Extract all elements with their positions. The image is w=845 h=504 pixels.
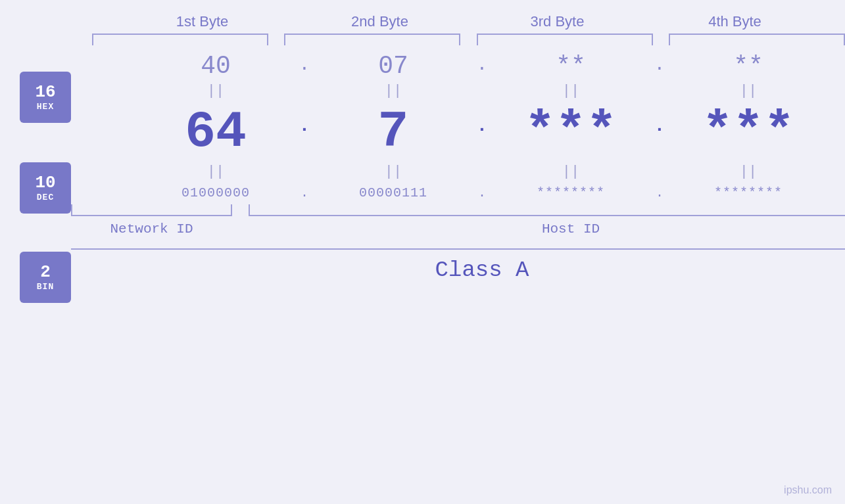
eq2-b2: ||: [313, 164, 474, 180]
eq2-b4: ||: [668, 164, 829, 180]
data-rows: 40 . 07 . ** . ** || || || || 64: [71, 52, 845, 303]
hex-badge-label: HEX: [37, 102, 54, 112]
hex-dot3: .: [652, 55, 668, 78]
hex-dot1: .: [297, 55, 313, 78]
equals-row-1: || || || ||: [71, 83, 845, 99]
host-bottom-bracket: [249, 204, 845, 216]
bin-dot2: .: [474, 185, 491, 200]
hex-dot2: .: [474, 55, 491, 78]
bracket-b1: [92, 34, 268, 45]
labels-and-data: 16 HEX 10 DEC 2 BIN 40 . 07 . ** . **: [0, 52, 845, 303]
bin-row: 01000000 . 00000111 . ******** . *******…: [71, 185, 845, 200]
dec-dot1: .: [297, 116, 313, 149]
hex-b4: **: [668, 52, 829, 80]
dec-row: 64 . 7 . *** . ***: [71, 103, 845, 161]
network-bottom-bracket: [71, 204, 232, 216]
byte1-header: 1st Byte: [114, 13, 291, 30]
eq1-b3: ||: [491, 83, 652, 99]
class-bracket-line: [71, 248, 845, 250]
bin-b3: ********: [491, 185, 652, 200]
eq2-b1: ||: [135, 164, 297, 180]
bracket-b4: [669, 34, 845, 45]
bin-b1: 01000000: [135, 185, 297, 200]
network-id-label: Network ID: [71, 221, 232, 237]
bin-b4: ********: [668, 185, 829, 200]
hex-b3: **: [491, 52, 652, 80]
class-label: Class A: [71, 258, 845, 283]
dec-dot3: .: [652, 116, 668, 149]
eq1-b1: ||: [135, 83, 297, 99]
bin-badge: 2 BIN: [20, 252, 71, 303]
bottom-brackets-row: [71, 204, 845, 216]
bin-b2: 00000111: [313, 185, 474, 200]
watermark: ipshu.com: [784, 484, 832, 496]
dec-badge-label: DEC: [37, 193, 54, 202]
id-labels-row: Network ID Host ID: [71, 221, 845, 237]
eq2-b3: ||: [491, 164, 652, 180]
hex-row: 40 . 07 . ** . **: [71, 52, 845, 80]
hex-b2: 07: [313, 52, 474, 80]
equals-row-2: || || || ||: [71, 164, 845, 180]
dec-b4: ***: [668, 103, 829, 161]
main-container: 1st Byte 2nd Byte 3rd Byte 4th Byte 16 H…: [0, 0, 845, 504]
bracket-b3: [477, 34, 653, 45]
byte2-header: 2nd Byte: [291, 13, 469, 30]
byte3-header: 3rd Byte: [469, 13, 646, 30]
dec-badge: 10 DEC: [20, 162, 71, 214]
bracket-b2: [284, 34, 460, 45]
dec-b1: 64: [135, 103, 297, 161]
hex-b1: 40: [135, 52, 297, 80]
bin-badge-label: BIN: [37, 282, 54, 292]
bin-dot3: .: [652, 185, 668, 200]
dec-dot2: .: [474, 116, 491, 149]
bin-badge-num: 2: [40, 263, 51, 282]
top-brackets: [0, 34, 845, 45]
dec-badge-num: 10: [35, 173, 55, 193]
dec-b3: ***: [491, 103, 652, 161]
hex-badge-num: 16: [35, 83, 55, 102]
byte4-header: 4th Byte: [646, 13, 824, 30]
bin-dot1: .: [297, 185, 313, 200]
eq1-b2: ||: [313, 83, 474, 99]
hex-badge: 16 HEX: [20, 72, 71, 123]
byte-headers-row: 1st Byte 2nd Byte 3rd Byte 4th Byte: [0, 13, 845, 30]
host-id-label: Host ID: [249, 221, 845, 237]
base-badges: 16 HEX 10 DEC 2 BIN: [20, 52, 71, 303]
dec-b2: 7: [313, 103, 474, 161]
eq1-b4: ||: [668, 83, 829, 99]
